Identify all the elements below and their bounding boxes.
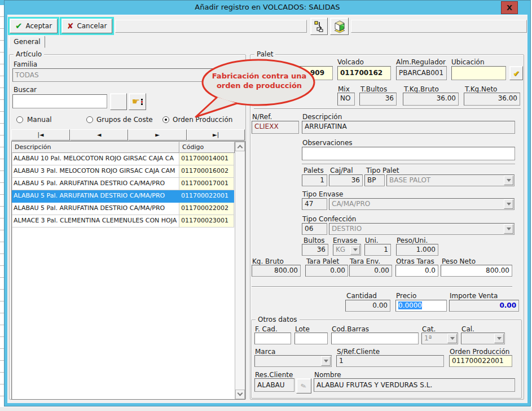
radio-grupos-de-coste[interactable] [86,116,93,123]
importe-venta-label: Importe Venta [450,292,498,300]
marca-dropdown-button[interactable] [321,356,331,366]
col-descripcion[interactable]: Descripción [12,142,179,153]
col-codigo[interactable]: Código [179,142,235,153]
callout-text: Fabricación contra una orden de producci… [204,71,314,90]
cancelar-label: Cancelar [77,22,107,30]
table-scrollbar[interactable] [235,142,245,399]
tipo-envase-code-field: 47 [302,198,327,210]
background-app-corner [0,0,4,5]
row-codigo: 011700022001 [179,190,234,203]
peso-uni-field: 1.000 [396,244,438,256]
gold-check-icon: ✔ [513,69,520,78]
buscar-blank-button[interactable] [110,93,127,110]
aceptar-button[interactable]: ✔ Aceptar [10,19,58,33]
table-row[interactable]: ALABAU 3 Pal. MELOCOTON ROJO GIRSAC CAJA… [12,165,235,178]
nav-prev-button[interactable]: ◄ [70,129,128,141]
table-header: Descripción Código [12,142,235,153]
cancelar-button[interactable]: ✘ Cancelar [61,19,112,33]
scroll-up-button[interactable] [235,142,245,151]
ubicacion-input[interactable] [451,66,506,80]
dropdown-arrow-icon [353,248,358,251]
buscar-input[interactable] [12,94,107,108]
dropdown-arrow-icon [324,360,328,362]
radio-grupos-label: Grupos de Coste [96,116,153,124]
tipo-palet-dropdown-button[interactable] [504,176,513,185]
s-ref-cliente-field: 1 [336,355,444,367]
articulos-table: Descripción Código ALABAU 10 Pal. MELOCO… [11,141,245,400]
envase-dropdown-button[interactable] [350,245,360,255]
tipo-envase-dropdown-button[interactable] [504,199,513,209]
separator [252,286,512,287]
check-icon: ✔ [15,22,23,30]
lote-label: Lote [295,325,310,333]
t-kg-bruto-label: T.Kg.Bruto [404,85,439,93]
alm-regulador-label: Alm.Regulador [396,58,446,66]
dropdown-arrow-icon [507,203,511,206]
otros-datos-title: Otros datos [256,316,300,323]
otras-taras-label: Otras Taras [396,257,434,265]
row-codigo: 011700023001 [179,215,234,228]
nav-next-button[interactable]: ► [128,129,187,141]
nav-last-button[interactable]: ►| [187,129,245,141]
table-row[interactable]: ALMACE 3 Pal. CLEMENTINA CLEMENULES CON … [12,215,235,228]
volcado-field[interactable]: 011700162 [337,66,391,80]
volcado-label: Volcado [337,58,364,66]
tipo-envase-select: CA/MA/PRO [329,198,515,210]
table-row[interactable]: ALABAU 5 Pal. ARRUFATINA DESTRIO CA/MA/P… [12,203,235,215]
t-bultos-label: T.Bultos [360,85,387,93]
insert-record-button[interactable] [310,18,328,35]
marca-select [254,355,332,367]
f-cad-label: F. Cad. [255,325,278,333]
row-descripcion: ALABAU 5 Pal. ARRUFATINA DESTRIO CA/MA/P… [12,178,179,190]
f-cad-input[interactable] [254,333,291,344]
observaciones-input[interactable] [302,147,515,160]
row-descripcion: ALMACE 3 Pal. CLEMENTINA CLEMENULES CON … [12,215,179,228]
tipo-palet-value: BASE PALOT [389,176,430,184]
marca-label: Marca [255,348,275,356]
precio-label: Precio [396,292,416,300]
table-row[interactable]: ALABAU 5 Pal. ARRUFATINA DESTRIO CA/MA/P… [12,190,235,203]
tab-general[interactable]: General [9,36,45,48]
kg-bruto-field: 800.00 [252,265,301,277]
dropdown-arrow-icon [450,337,455,340]
chevron-down-icon [238,391,243,396]
cod-barras-input[interactable] [331,333,419,344]
toolbar-spacer-right [351,20,527,33]
cal-dropdown-button[interactable] [494,334,504,343]
pointing-hand-icon: ☛ [132,97,140,106]
lote-input[interactable] [294,333,328,344]
tipo-confeccion-value: DESTRIO [332,225,362,233]
cat-dropdown-button[interactable] [447,334,457,343]
palets-label: Palets [304,167,324,174]
orden-produccion-field[interactable]: 011700022001 [449,355,512,367]
stock-cube-button[interactable] [330,18,349,35]
radio-orden-produccion[interactable] [162,116,169,123]
toolbar-spacer [115,20,307,33]
otras-taras-input[interactable]: 0.0 [395,265,438,277]
radio-manual[interactable] [16,116,23,123]
res-cliente-field: ALABAU [254,378,294,392]
scroll-down-button[interactable] [235,390,245,399]
res-cliente-edit-button[interactable]: ✎ [296,378,311,393]
dropdown-arrow-icon [507,228,511,230]
table-row[interactable]: ALABAU 5 Pal. ARRUFATINA DESTRIO CA/MA/P… [12,178,235,190]
tipo-palet-code-field: BP [364,174,385,186]
close-button[interactable]: X [501,1,518,14]
precio-input[interactable]: 0.0000 [395,300,447,312]
peso-neto-input[interactable]: 800.00 [441,265,512,277]
caj-pal-field: 36 [329,174,363,186]
envase-select: KG [333,244,361,256]
cantidad-field: 0.00 [345,300,390,312]
mix-field: NO [337,93,355,106]
tipo-confeccion-dropdown-button[interactable] [504,224,513,234]
ubicacion-confirm-button[interactable]: ✔ [509,66,523,80]
buscar-go-button[interactable]: ☛ [129,93,146,110]
row-descripcion: ALABAU 3 Pal. MELOCOTON ROJO GIRSAC CAJA… [12,165,179,178]
nav-first-button[interactable]: |◄ [11,129,70,141]
row-descripcion: ALABAU 5 Pal. ARRUFATINA DESTRIO CA/MA/P… [12,203,179,215]
table-row[interactable]: ALABAU 10 Pal. MELOCOTON ROJO GIRSAC CAJ… [12,153,235,165]
cat-value: 1ª [424,334,432,342]
articulo-title: Artículo [14,50,44,58]
table-body: ALABAU 10 Pal. MELOCOTON ROJO GIRSAC CAJ… [12,153,235,399]
nombre-label: Nombre [314,371,341,379]
